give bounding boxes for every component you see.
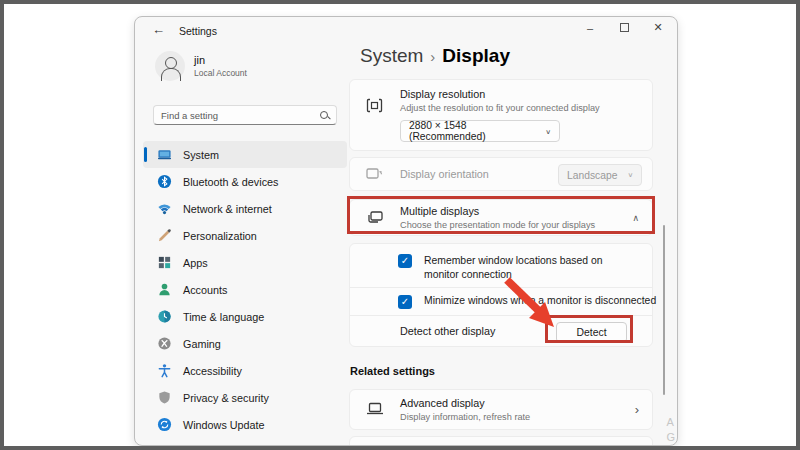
sidebar-item-bluetooth[interactable]: Bluetooth & devices bbox=[143, 168, 347, 195]
search-input[interactable]: Find a setting bbox=[153, 105, 337, 125]
advanced-display-card[interactable]: Advanced display Display information, re… bbox=[349, 389, 653, 430]
watermark-text: A G bbox=[666, 415, 675, 445]
network-icon bbox=[157, 201, 172, 216]
orientation-value: Landscape bbox=[567, 170, 617, 181]
time-language-icon bbox=[157, 309, 172, 324]
sidebar-item-label: Windows Update bbox=[183, 419, 265, 431]
sidebar-item-label: Gaming bbox=[183, 338, 221, 350]
sidebar-item-time-language[interactable]: Time & language bbox=[143, 303, 347, 330]
accounts-icon bbox=[157, 282, 172, 297]
sidebar-item-network[interactable]: Network & internet bbox=[143, 195, 347, 222]
apps-icon bbox=[157, 255, 172, 270]
annotation-arrow bbox=[498, 270, 568, 334]
sidebar-item-label: Accounts bbox=[183, 284, 227, 296]
orientation-dropdown[interactable]: Landscape ∨ bbox=[558, 164, 642, 186]
user-profile[interactable]: jin Local Account bbox=[155, 51, 247, 81]
sidebar-item-label: Accessibility bbox=[183, 365, 242, 377]
sidebar-item-system[interactable]: System bbox=[143, 141, 347, 168]
sidebar-item-label: Privacy & security bbox=[183, 392, 269, 404]
resolution-title: Display resolution bbox=[400, 88, 485, 100]
chevron-right-icon: › bbox=[635, 402, 639, 417]
partial-card bbox=[349, 436, 653, 446]
annotation-box-multiple-displays bbox=[347, 196, 655, 234]
user-name: jin bbox=[194, 54, 247, 66]
sidebar-nav: SystemBluetooth & devicesNetwork & inter… bbox=[143, 141, 347, 438]
sidebar-item-label: System bbox=[183, 149, 219, 161]
breadcrumb-parent[interactable]: System bbox=[360, 45, 423, 66]
orientation-title: Display orientation bbox=[400, 168, 489, 180]
minimize-windows-checkbox[interactable]: ✓ bbox=[398, 295, 412, 309]
windows-update-icon bbox=[157, 417, 172, 432]
sidebar-item-gaming[interactable]: Gaming bbox=[143, 330, 347, 357]
sidebar-item-label: Bluetooth & devices bbox=[183, 176, 278, 188]
display-resolution-card: Display resolution Adjust the resolution… bbox=[349, 79, 653, 151]
display-orientation-card: Display orientation Landscape ∨ bbox=[349, 157, 653, 191]
related-settings-heading: Related settings bbox=[350, 365, 435, 377]
resolution-dropdown[interactable]: 2880 × 1548 (Recommended) ∨ bbox=[400, 120, 560, 142]
personalization-icon bbox=[157, 228, 172, 243]
remember-locations-checkbox[interactable]: ✓ bbox=[398, 254, 412, 268]
breadcrumb-separator: › bbox=[430, 48, 435, 65]
sidebar-item-accounts[interactable]: Accounts bbox=[143, 276, 347, 303]
gaming-icon bbox=[157, 336, 172, 351]
detect-label: Detect other display bbox=[400, 325, 495, 337]
advanced-display-subtitle: Display information, refresh rate bbox=[400, 412, 530, 422]
display-orientation-icon bbox=[366, 167, 383, 182]
scrollbar[interactable] bbox=[663, 225, 666, 395]
search-icon bbox=[320, 111, 329, 120]
back-icon[interactable]: ← bbox=[152, 22, 165, 37]
breadcrumb: System›Display bbox=[360, 45, 510, 67]
system-icon bbox=[157, 147, 172, 162]
sidebar-item-label: Apps bbox=[183, 257, 208, 269]
sidebar-item-label: Network & internet bbox=[183, 203, 272, 215]
chevron-down-icon: ∨ bbox=[545, 127, 551, 134]
page-title: Display bbox=[442, 45, 510, 66]
advanced-display-icon bbox=[366, 402, 384, 416]
search-placeholder: Find a setting bbox=[161, 110, 320, 121]
sidebar-item-label: Time & language bbox=[183, 311, 264, 323]
resolution-value: 2880 × 1548 (Recommended) bbox=[409, 120, 535, 142]
accessibility-icon bbox=[157, 363, 172, 378]
sidebar-item-privacy[interactable]: Privacy & security bbox=[143, 384, 347, 411]
sidebar-item-accessibility[interactable]: Accessibility bbox=[143, 357, 347, 384]
user-account-type: Local Account bbox=[194, 68, 247, 78]
display-resolution-icon bbox=[366, 98, 383, 113]
privacy-icon bbox=[157, 390, 172, 405]
sidebar-item-windows-update[interactable]: Windows Update bbox=[143, 411, 347, 438]
sidebar-item-label: Personalization bbox=[183, 230, 257, 242]
advanced-display-title: Advanced display bbox=[400, 397, 485, 409]
resolution-subtitle: Adjust the resolution to fit your connec… bbox=[400, 103, 600, 113]
window-title: Settings bbox=[179, 25, 217, 37]
avatar bbox=[155, 51, 185, 81]
bluetooth-icon bbox=[157, 174, 172, 189]
sidebar-item-personalization[interactable]: Personalization bbox=[143, 222, 347, 249]
sidebar-item-apps[interactable]: Apps bbox=[143, 249, 347, 276]
chevron-down-icon: ∨ bbox=[627, 171, 633, 178]
